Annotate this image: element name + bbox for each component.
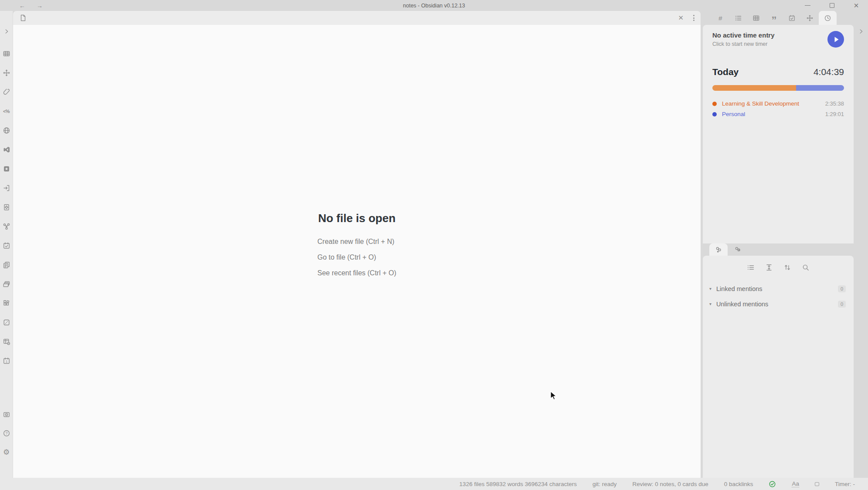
box-star-icon[interactable] [3, 165, 10, 173]
tab-calendar-icon[interactable] [783, 11, 801, 25]
review-status[interactable]: Review: 0 notes, 0 cards due [633, 481, 708, 487]
help-icon[interactable]: ? [3, 429, 10, 437]
today-progress-bar [712, 85, 844, 91]
git-status[interactable]: git: ready [592, 481, 617, 487]
note-gear-icon[interactable] [3, 203, 10, 211]
close-pane-icon[interactable]: ✕ [678, 14, 684, 22]
calendar-check-icon[interactable] [3, 242, 10, 250]
close-button[interactable]: ✕ [851, 1, 862, 10]
svg-text:?: ? [5, 431, 7, 435]
entry-name[interactable]: Learning & Skill Development [722, 100, 825, 107]
left-ribbon: <% [0, 11, 13, 478]
mode-indicator-icon[interactable] [815, 482, 819, 486]
statusbar: 1326 files 589832 words 3696234 characte… [0, 478, 868, 490]
more-options-icon[interactable] [693, 15, 694, 21]
empty-state: No file is open Create new file (Ctrl + … [317, 212, 396, 281]
timer-status-title: No active time entry [712, 31, 827, 39]
settings-gear-icon[interactable]: ⚙ [3, 448, 10, 456]
copy-files-icon[interactable] [3, 261, 10, 269]
unlinked-mentions-row[interactable]: ▾ Unlinked mentions 0 [703, 296, 854, 312]
globe-icon[interactable] [3, 127, 10, 134]
table-gear-icon[interactable] [3, 338, 10, 346]
minimize-button[interactable] [802, 1, 813, 10]
tab-outgoing-links-icon[interactable] [728, 243, 747, 256]
editor-header: ✕ [13, 11, 701, 25]
share-network-icon[interactable] [3, 223, 10, 230]
linked-mentions-label: Linked mentions [716, 285, 838, 292]
create-new-file-link[interactable]: Create new file (Ctrl + N) [317, 234, 396, 250]
search-icon[interactable] [802, 264, 810, 271]
puzzle-grid-icon[interactable] [3, 299, 10, 307]
start-timer-button[interactable] [827, 31, 844, 48]
tab-timer-icon[interactable] [819, 11, 837, 25]
today-label: Today [712, 67, 814, 77]
progress-segment-personal [796, 85, 844, 91]
unlinked-mentions-label: Unlinked mentions [716, 301, 838, 308]
progress-segment-learning [712, 85, 796, 91]
backlinks-panel: ▾ Linked mentions 0 ▾ Unlinked mentions … [703, 256, 854, 478]
linked-mentions-count: 0 [838, 285, 846, 292]
bullet-list-icon[interactable] [747, 264, 755, 271]
timer-status[interactable]: Timer: - [835, 481, 855, 487]
entry-time: 1:29:01 [825, 111, 844, 117]
sort-icon[interactable] [783, 264, 791, 271]
collapse-right-sidebar-icon[interactable] [857, 27, 865, 35]
paperclip-icon[interactable] [3, 88, 10, 96]
vault-icon[interactable] [3, 411, 10, 418]
editor-body: No file is open Create new file (Ctrl + … [13, 25, 701, 478]
document-icon [19, 14, 27, 22]
right-collapse-strip [854, 11, 868, 478]
table-icon[interactable] [3, 50, 10, 58]
svg-text:1: 1 [5, 360, 7, 363]
right-sidebar: # ” No active time entry Cl [703, 11, 854, 478]
entry-name[interactable]: Personal [722, 111, 825, 117]
sync-check-icon[interactable] [769, 480, 776, 488]
tab-tags-icon[interactable]: # [711, 11, 729, 25]
entry-dot [712, 102, 717, 106]
collapse-caret-icon[interactable]: ▾ [709, 286, 711, 291]
entry-dot [712, 112, 717, 117]
sign-in-icon[interactable] [3, 184, 10, 192]
maximize-button[interactable] [826, 1, 837, 10]
timer-panel: No active time entry Click to start new … [703, 25, 854, 243]
today-total-time: 4:04:39 [814, 67, 844, 77]
calendar-day-icon[interactable]: 1 [3, 357, 10, 365]
backlinks-tabbar [703, 243, 854, 256]
expand-sidebar-icon[interactable] [3, 27, 10, 35]
workspace: <% [0, 11, 868, 478]
vscode-icon[interactable] [3, 146, 10, 154]
see-recent-files-link[interactable]: See recent files (Ctrl + O) [317, 265, 396, 281]
unlinked-mentions-count: 0 [838, 301, 846, 308]
linked-mentions-row[interactable]: ▾ Linked mentions 0 [703, 281, 854, 296]
tab-backlinks-icon[interactable] [709, 243, 728, 256]
tab-table-icon[interactable] [747, 11, 765, 25]
timer-entry-row[interactable]: Personal 1:29:01 [712, 111, 844, 117]
window-title: notes - Obsidian v0.12.13 [0, 3, 868, 9]
timer-status-subtitle[interactable]: Click to start new timer [712, 41, 827, 47]
tab-outline-icon[interactable] [729, 11, 747, 25]
templater-icon[interactable]: <% [3, 107, 10, 115]
backlinks-toolbar [703, 264, 854, 271]
file-stats: 1326 files 589832 words 3696234 characte… [460, 481, 577, 487]
backlinks-count[interactable]: 0 backlinks [724, 481, 753, 487]
tab-graph-icon[interactable] [801, 11, 819, 25]
tab-quote-icon[interactable]: ” [765, 11, 783, 25]
expand-vertical-icon[interactable] [765, 264, 773, 271]
editor-pane: ✕ No file is open Create new file (Ctrl … [13, 11, 701, 478]
dice-icon[interactable] [3, 319, 10, 326]
right-sidebar-tabbar: # ” [703, 11, 854, 25]
timer-entry-row[interactable]: Learning & Skill Development 2:35:38 [712, 100, 844, 107]
titlebar: ← → notes - Obsidian v0.12.13 ✕ [0, 0, 868, 11]
font-toggle[interactable]: Aa [792, 480, 799, 487]
empty-state-heading: No file is open [318, 212, 396, 225]
card-stack-icon[interactable] [3, 280, 10, 288]
local-graph-icon[interactable] [3, 69, 10, 77]
go-to-file-link[interactable]: Go to file (Ctrl + O) [317, 250, 396, 265]
entry-time: 2:35:38 [825, 100, 844, 107]
collapse-caret-icon[interactable]: ▾ [709, 302, 711, 306]
